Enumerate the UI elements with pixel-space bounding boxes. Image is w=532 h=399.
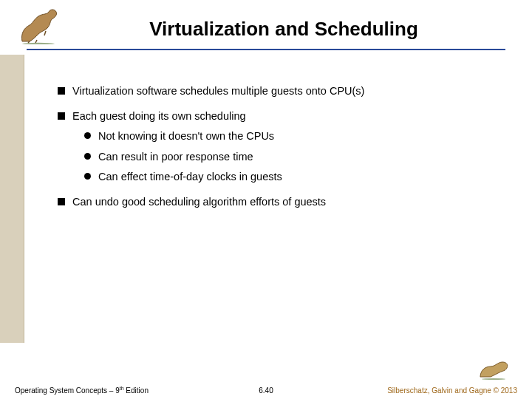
title-divider — [27, 49, 505, 50]
bullet-level-1: Each guest doing its own scheduling — [58, 109, 510, 124]
bullet-level-2: Not knowing it doesn't own the CPUs — [84, 129, 510, 144]
dinosaur-icon — [16, 6, 61, 47]
footer-copyright: Silberschatz, Galvin and Gagne © 2013 — [387, 386, 517, 395]
svg-point-0 — [22, 43, 55, 44]
bullet-level-2: Can effect time-of-day clocks in guests — [84, 170, 510, 185]
circle-bullet-icon — [84, 153, 91, 160]
bullet-text: Virtualization software schedules multip… — [72, 84, 364, 99]
bullet-text: Can effect time-of-day clocks in guests — [98, 170, 282, 185]
bullet-text: Each guest doing its own scheduling — [72, 109, 246, 124]
slide-title: Virtualization and Scheduling — [92, 18, 476, 41]
circle-bullet-icon — [84, 173, 91, 180]
slide-footer: Operating System Concepts – 9th Edition … — [0, 374, 532, 399]
slide-body: Virtualization software schedules multip… — [58, 74, 510, 214]
square-bullet-icon — [58, 198, 65, 205]
left-accent-sidebar — [0, 55, 24, 343]
circle-bullet-icon — [84, 132, 91, 139]
bullet-level-1: Virtualization software schedules multip… — [58, 84, 510, 99]
square-bullet-icon — [58, 87, 65, 95]
bullet-text: Not knowing it doesn't own the CPUs — [98, 129, 274, 144]
bullet-text: Can undo good scheduling algorithm effor… — [72, 195, 326, 210]
bullet-level-1: Can undo good scheduling algorithm effor… — [58, 195, 510, 210]
square-bullet-icon — [58, 112, 65, 120]
bullet-level-2: Can result in poor response time — [84, 150, 510, 165]
bullet-text: Can result in poor response time — [98, 150, 253, 165]
